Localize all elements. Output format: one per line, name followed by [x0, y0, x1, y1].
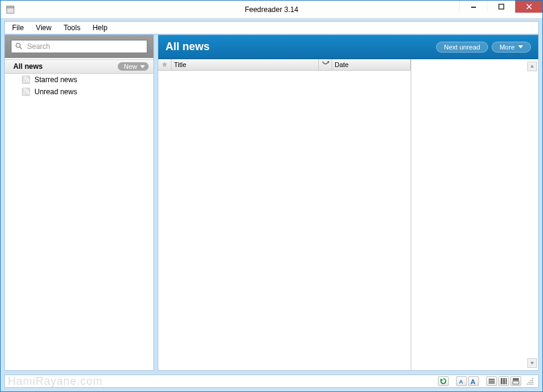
sidebar: All news New Star: [4, 34, 154, 371]
next-unread-button[interactable]: Next unread: [436, 42, 488, 53]
column-sort-indicator[interactable]: [319, 59, 332, 70]
svg-point-25: [532, 382, 533, 383]
menu-view[interactable]: View: [31, 22, 56, 33]
status-refresh-button[interactable]: [438, 376, 449, 386]
next-unread-label: Next unread: [444, 43, 480, 51]
svg-rect-1: [7, 6, 14, 8]
svg-rect-15: [501, 378, 503, 384]
maximize-button[interactable]: [487, 1, 515, 13]
app-icon: [5, 5, 15, 14]
new-feed-label: New: [124, 63, 137, 70]
column-star[interactable]: [158, 59, 172, 70]
close-button[interactable]: [515, 1, 542, 13]
svg-rect-3: [499, 4, 504, 9]
tree-root-label: All news: [13, 62, 118, 71]
article-list: Title Date: [158, 59, 411, 370]
svg-text:A: A: [459, 379, 463, 385]
rss-icon: [22, 88, 30, 96]
svg-point-24: [530, 382, 532, 383]
new-feed-button[interactable]: New: [118, 62, 149, 71]
view-wide-button[interactable]: [510, 376, 521, 386]
chevron-down-icon: [518, 45, 523, 48]
resize-grip[interactable]: [526, 377, 535, 385]
svg-point-9: [24, 93, 25, 95]
menu-file[interactable]: File: [7, 22, 28, 33]
column-title[interactable]: Title: [172, 59, 319, 70]
tree-item-label: Starred news: [34, 76, 77, 84]
svg-point-26: [527, 384, 528, 385]
svg-point-22: [532, 380, 533, 381]
svg-point-28: [530, 384, 532, 385]
sort-desc-icon: [322, 61, 329, 68]
search-input[interactable]: [26, 42, 143, 51]
menu-bar: File View Tools Help: [4, 21, 539, 34]
more-label: More: [500, 43, 515, 51]
svg-rect-14: [489, 382, 495, 384]
main-panel: All news Next unread More: [158, 34, 539, 371]
svg-point-20: [532, 378, 533, 379]
star-icon: [161, 61, 168, 69]
tree-item-starred[interactable]: Starred news: [5, 74, 153, 86]
search-box[interactable]: [11, 40, 147, 53]
svg-point-21: [530, 380, 532, 381]
svg-point-23: [529, 382, 530, 383]
svg-rect-19: [513, 381, 519, 384]
scroll-up-button[interactable]: [527, 62, 537, 71]
svg-rect-18: [513, 378, 519, 381]
svg-rect-2: [471, 7, 476, 8]
more-button[interactable]: More: [492, 42, 531, 53]
search-band: [5, 35, 153, 58]
view-list-button[interactable]: [486, 376, 497, 386]
svg-text:A: A: [471, 378, 475, 385]
status-bar: A A: [4, 374, 539, 388]
article-list-body[interactable]: [158, 71, 411, 370]
minimize-button[interactable]: [459, 1, 487, 13]
svg-rect-13: [489, 381, 495, 382]
app-window: Feedreader 3.14 File View Tools Help: [0, 0, 543, 392]
column-date-label: Date: [335, 61, 349, 68]
svg-point-4: [16, 43, 21, 47]
feed-tree: All news New Star: [5, 58, 153, 370]
svg-point-29: [532, 384, 533, 385]
column-title-label: Title: [174, 61, 186, 68]
column-headers: Title Date: [158, 59, 411, 71]
view-columns-button[interactable]: [498, 376, 509, 386]
chevron-down-icon: [140, 65, 145, 68]
status-font-smaller-button[interactable]: A: [456, 376, 467, 386]
tree-item-unread[interactable]: Unread news: [5, 86, 153, 98]
svg-point-27: [529, 384, 530, 385]
column-date[interactable]: Date: [332, 59, 411, 70]
menu-help[interactable]: Help: [88, 22, 112, 33]
rss-icon: [22, 76, 30, 84]
scroll-down-button[interactable]: [527, 358, 537, 368]
tree-root-all-news[interactable]: All news New: [5, 59, 153, 74]
svg-rect-16: [503, 378, 505, 384]
svg-rect-17: [506, 378, 507, 384]
tree-item-label: Unread news: [34, 88, 77, 96]
menu-tools[interactable]: Tools: [59, 22, 85, 33]
content-header: All news Next unread More: [158, 35, 538, 59]
status-font-bigger-button[interactable]: A: [468, 376, 479, 386]
search-icon: [15, 42, 22, 51]
content-title: All news: [165, 40, 432, 53]
window-controls: [459, 1, 542, 13]
preview-pane: [411, 59, 538, 370]
title-bar[interactable]: Feedreader 3.14: [1, 1, 542, 19]
svg-rect-12: [489, 379, 495, 380]
svg-point-7: [24, 81, 25, 83]
svg-line-5: [20, 47, 22, 48]
